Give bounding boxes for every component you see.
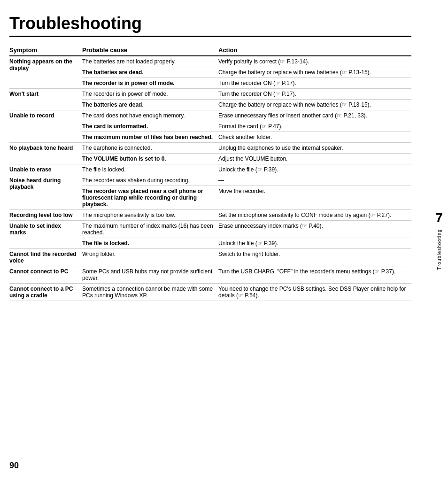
col-symptom: Symptom (9, 45, 82, 56)
cause-cell: The earphone is connected. (82, 142, 218, 153)
action-cell: Charge the battery or replace with new b… (218, 67, 411, 77)
page-wrapper: Troubleshooting Symptom Probable cause A… (0, 0, 448, 480)
title-underline (9, 36, 411, 37)
symptom-cell: Recording level too low (9, 209, 82, 220)
action-cell: Move the recorder. (218, 186, 411, 209)
table-row: Cannot find the recorded voiceWrong fold… (9, 248, 411, 266)
cause-cell: The maximum number of files has been rea… (82, 132, 218, 142)
cause-cell: The card does not have enough memory. (82, 110, 218, 121)
action-cell: Unlock the file (☞ P.39). (218, 164, 411, 175)
action-cell: Unplug the earphones to use the internal… (218, 142, 411, 153)
cause-cell: The file is locked. (82, 238, 218, 248)
cause-cell: The maximum number of index marks (16) h… (82, 220, 218, 238)
cause-cell: Sometimes a connection cannot be made wi… (82, 283, 218, 301)
chapter-number: 7 (435, 210, 443, 225)
action-cell: Adjust the VOLUME button. (218, 153, 411, 164)
main-content: Troubleshooting Symptom Probable cause A… (0, 0, 430, 480)
table-row: Cannot connect to a PC using a cradleSom… (9, 283, 411, 301)
cause-cell: The card is unformatted. (82, 121, 218, 132)
sidebar: 7 Troubleshooting (430, 0, 448, 480)
table-row: Nothing appears on the displayThe batter… (9, 56, 411, 67)
symptom-cell: Won't start (9, 88, 82, 110)
page-title: Troubleshooting (9, 14, 411, 33)
action-cell: — (218, 175, 411, 186)
col-cause: Probable cause (82, 45, 218, 56)
cause-cell: The file is locked. (82, 164, 218, 175)
chapter-label: Troubleshooting (437, 229, 442, 270)
cause-cell: The batteries are dead. (82, 67, 218, 77)
action-cell: Turn the recorder ON (☞ P.17). (218, 77, 411, 88)
symptom-cell: No playback tone heard (9, 142, 82, 164)
symptom-cell: Unable to set index marks (9, 220, 82, 248)
action-cell: Unlock the file (☞ P.39). (218, 238, 411, 248)
cause-cell: The recorder was placed near a cell phon… (82, 186, 218, 209)
action-cell: Switch to the right folder. (218, 248, 411, 266)
symptom-cell: Cannot connect to PC (9, 266, 82, 283)
action-cell: Set the microphone sensitivity to CONF m… (218, 209, 411, 220)
table-row: Cannot connect to PCSome PCs and USB hub… (9, 266, 411, 283)
troubleshoot-table: Symptom Probable cause Action Nothing ap… (9, 45, 411, 301)
action-cell: Charge the battery or replace with new b… (218, 99, 411, 110)
symptom-cell: Nothing appears on the display (9, 56, 82, 89)
table-row: Unable to recordThe card does not have e… (9, 110, 411, 121)
cause-cell: The recorder was shaken during recording… (82, 175, 218, 186)
action-cell: You need to change the PC's USB settings… (218, 283, 411, 301)
page-number: 90 (9, 461, 19, 471)
action-cell: Verify polarity is correct (☞ P.13-14). (218, 56, 411, 67)
symptom-cell: Unable to record (9, 110, 82, 142)
action-cell: Erase unnecessary index marks (☞ P.40). (218, 220, 411, 238)
action-cell: Turn the recorder ON (☞ P.17). (218, 88, 411, 99)
symptom-cell: Cannot find the recorded voice (9, 248, 82, 266)
symptom-cell: Noise heard during playback (9, 175, 82, 209)
cause-cell: The microphone sensitivity is too low. (82, 209, 218, 220)
table-row: No playback tone heardThe earphone is co… (9, 142, 411, 153)
cause-cell: The recorder is in power off mode. (82, 77, 218, 88)
cause-cell: The batteries are not loaded properly. (82, 56, 218, 67)
table-row: Unable to eraseThe file is locked.Unlock… (9, 164, 411, 175)
table-header-row: Symptom Probable cause Action (9, 45, 411, 56)
table-row: Unable to set index marksThe maximum num… (9, 220, 411, 238)
cause-cell: The batteries are dead. (82, 99, 218, 110)
action-cell: Format the card (☞ P.47). (218, 121, 411, 132)
table-row: Recording level too lowThe microphone se… (9, 209, 411, 220)
cause-cell: Wrong folder. (82, 248, 218, 266)
action-cell: Erase unnecessary files or insert anothe… (218, 110, 411, 121)
action-cell: Turn the USB CHARG. "OFF" in the recorde… (218, 266, 411, 283)
symptom-cell: Cannot connect to a PC using a cradle (9, 283, 82, 301)
cause-cell: The recorder is in power off mode. (82, 88, 218, 99)
table-row: Noise heard during playbackThe recorder … (9, 175, 411, 186)
cause-cell: Some PCs and USB hubs may not provide su… (82, 266, 218, 283)
symptom-cell: Unable to erase (9, 164, 82, 175)
table-row: Won't startThe recorder is in power off … (9, 88, 411, 99)
col-action: Action (218, 45, 411, 56)
action-cell: Check another folder. (218, 132, 411, 142)
cause-cell: The VOLUME button is set to 0. (82, 153, 218, 164)
